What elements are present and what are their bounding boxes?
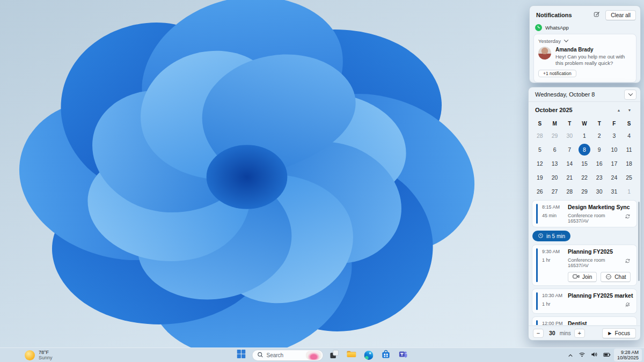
- calendar-day[interactable]: 16: [592, 157, 607, 171]
- focus-decrease-button[interactable]: −: [533, 329, 544, 338]
- event-card[interactable]: 8:15 AMDesign Marketing Sync45 minConfer…: [532, 201, 636, 227]
- calendar-day[interactable]: 26: [532, 184, 547, 198]
- calendar-day[interactable]: 20: [547, 171, 562, 184]
- more-notifications-button[interactable]: +1 notification: [538, 70, 576, 77]
- calendar-day[interactable]: 29: [577, 184, 592, 198]
- taskbar: 78°F Sunny Search: [0, 348, 644, 362]
- calendar-day[interactable]: 31: [607, 184, 622, 198]
- calendar-day[interactable]: 18: [621, 157, 636, 171]
- task-view-button[interactable]: [328, 349, 341, 361]
- clock-time: 9:28 AM: [621, 350, 639, 356]
- calendar-day[interactable]: 28: [532, 129, 547, 143]
- calendar-next-month-button[interactable]: ▼: [624, 106, 635, 114]
- calendar-day[interactable]: 15: [577, 157, 592, 171]
- focus-start-label: Focus: [614, 330, 630, 336]
- calendar-day[interactable]: 13: [547, 157, 562, 171]
- volume-button[interactable]: [589, 349, 600, 361]
- event-time: 9:30 AM: [542, 248, 565, 255]
- event-card[interactable]: 9:30 AMPlanning FY20251 hrConference roo…: [532, 245, 636, 285]
- calendar-panel: Wednesday, October 8 October 2025 ▲ ▼ SM…: [528, 87, 641, 341]
- edge-button[interactable]: [362, 349, 375, 361]
- network-button[interactable]: [576, 349, 588, 361]
- weekday-label: T: [592, 118, 607, 129]
- notification-settings-button[interactable]: [591, 11, 602, 20]
- file-explorer-button[interactable]: [345, 349, 358, 361]
- event-accent-bar: [536, 204, 538, 224]
- calendar-day[interactable]: 30: [592, 184, 607, 198]
- calendar-day[interactable]: 21: [562, 171, 577, 184]
- calendar-day[interactable]: 3: [607, 129, 622, 143]
- event-card[interactable]: 10:30 AMPlanning FY2025 marketing1 hr: [532, 289, 636, 313]
- focus-start-button[interactable]: ▶ Focus: [602, 328, 636, 338]
- clear-all-button[interactable]: Clear all: [605, 10, 636, 20]
- focus-unit: mins: [560, 330, 571, 336]
- chat-button[interactable]: Chat: [601, 272, 631, 282]
- calendar-day[interactable]: 23: [592, 171, 607, 184]
- chevron-down-icon[interactable]: [564, 38, 568, 42]
- notification-card[interactable]: Yesterday Amanda Brady Hey! Can you help…: [534, 34, 636, 82]
- event-card[interactable]: 12:00 PMDentist1 hrRedmond Dentistry: [532, 317, 636, 325]
- calendar-day[interactable]: 9: [592, 143, 607, 157]
- calendar-day[interactable]: 4: [621, 129, 636, 143]
- battery-button[interactable]: [601, 349, 613, 361]
- weather-widget[interactable]: 78°F Sunny: [21, 348, 56, 362]
- event-location: Conference room 16537/AV: [568, 257, 621, 268]
- calendar-day[interactable]: 1: [577, 129, 592, 143]
- calendar-day[interactable]: 28: [562, 184, 577, 198]
- windows-logo-icon: [237, 350, 246, 360]
- teams-icon: [398, 350, 407, 361]
- play-icon: ▶: [608, 331, 611, 336]
- calendar-day[interactable]: 14: [562, 157, 577, 171]
- bell-muted-icon: [625, 300, 633, 310]
- weather-condition: Sunny: [39, 355, 53, 360]
- calendar-day[interactable]: 11: [621, 143, 636, 157]
- search-box[interactable]: Search: [252, 350, 324, 361]
- calendar-day[interactable]: 30: [562, 129, 577, 143]
- calendar-day[interactable]: 17: [607, 157, 622, 171]
- calendar-day[interactable]: 2: [592, 129, 607, 143]
- folder-icon: [346, 350, 356, 360]
- collapse-calendar-button[interactable]: [624, 90, 636, 100]
- store-icon: [381, 350, 390, 361]
- calendar-day[interactable]: 19: [532, 171, 547, 184]
- reminder-label: in 5 min: [546, 233, 565, 239]
- agenda-scrollbar[interactable]: [638, 202, 640, 281]
- event-title: Design Marketing Sync: [568, 204, 633, 210]
- repeat-icon: [625, 212, 633, 224]
- calendar-day[interactable]: 5: [532, 143, 547, 157]
- calendar-day[interactable]: 25: [621, 171, 636, 184]
- edge-icon: [364, 351, 373, 360]
- agenda-list: 8:15 AMDesign Marketing Sync45 minConfer…: [529, 198, 640, 325]
- notification-app-name: WhatsApp: [545, 25, 569, 31]
- calendar-day[interactable]: 24: [607, 171, 622, 184]
- event-accent-bar: [536, 248, 538, 282]
- join-button[interactable]: Join: [568, 272, 597, 282]
- search-highlight-image[interactable]: [306, 351, 322, 360]
- weekday-label: S: [532, 118, 547, 129]
- weekday-label: T: [562, 118, 577, 129]
- tray-chevron-button[interactable]: [566, 349, 575, 361]
- calendar-prev-month-button[interactable]: ▲: [613, 106, 624, 114]
- search-placeholder: Search: [267, 352, 303, 358]
- event-accent-bar: [536, 292, 538, 310]
- event-duration: 1 hr: [542, 301, 565, 310]
- calendar-day[interactable]: 27: [547, 184, 562, 198]
- weekday-label: M: [547, 118, 562, 129]
- notification-sender: Amanda Brady: [555, 47, 631, 53]
- calendar-day[interactable]: 12: [532, 157, 547, 171]
- calendar-day[interactable]: 29: [547, 129, 562, 143]
- event-duration: 45 min: [542, 213, 565, 224]
- clock[interactable]: 9:28 AM 10/8/2025: [614, 349, 642, 361]
- calendar-day[interactable]: 1: [621, 184, 636, 198]
- focus-increase-button[interactable]: +: [574, 329, 585, 338]
- microsoft-store-button[interactable]: [379, 349, 392, 361]
- calendar-day[interactable]: 6: [547, 143, 562, 157]
- event-accent-bar: [536, 320, 538, 325]
- calendar-day[interactable]: 22: [577, 171, 592, 184]
- calendar-day-selected[interactable]: 8: [577, 143, 592, 157]
- speaker-icon: [591, 350, 598, 360]
- calendar-day[interactable]: 7: [562, 143, 577, 157]
- teams-button[interactable]: [397, 349, 409, 361]
- start-button[interactable]: [235, 349, 248, 361]
- calendar-day[interactable]: 10: [607, 143, 622, 157]
